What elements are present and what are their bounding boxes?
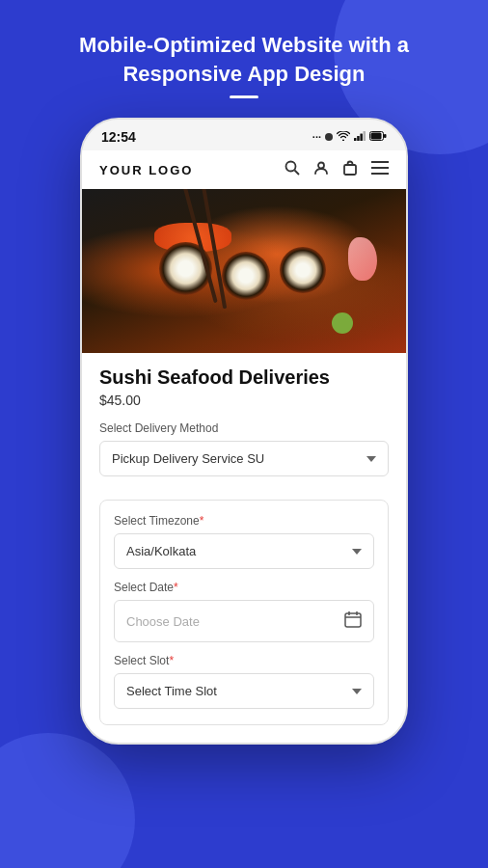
nav-bar: YOUR LOGO [82,150,406,189]
battery-icon [369,131,387,143]
header-title-line2: Responsive App Design [122,62,365,86]
product-title: Sushi Seafood Deliveries [99,366,389,389]
status-time: 12:54 [101,129,136,145]
form-group-box: Select Timezone* Asia/Kolkata UTC Americ… [99,500,389,725]
status-bar: 12:54 ··· [82,120,406,150]
nav-icons [285,160,389,179]
signal-icon [354,131,366,143]
product-info: Sushi Seafood Deliveries $45.00 [82,353,406,408]
svg-rect-1 [357,136,360,141]
search-icon[interactable] [285,160,300,179]
phone-mockup: 12:54 ··· [80,118,408,745]
svg-rect-5 [371,133,382,140]
dots-icon: ··· [312,131,321,143]
delivery-method-label: Select Delivery Method [99,421,389,435]
timezone-label: Select Timezone* [114,514,374,528]
page-header: Mobile-Optimized Website with a Responsi… [41,31,447,88]
delivery-method-select[interactable]: Pickup Delivery Service SU Standard Deli… [99,441,389,476]
timezone-select[interactable]: Asia/Kolkata UTC America/New_York Europe… [114,533,374,569]
slot-select[interactable]: Select Time Slot 9:00 AM - 11:00 AM 11:0… [114,673,374,709]
slot-label: Select Slot* [114,654,374,667]
calendar-icon [344,610,362,632]
phone-content: YOUR LOGO [82,150,406,743]
bg-circle-bottom [0,733,135,868]
svg-line-8 [295,171,300,176]
svg-rect-3 [364,131,366,141]
svg-rect-14 [345,613,361,627]
date-label: Select Date* [114,581,374,594]
user-icon[interactable] [313,160,329,179]
header-divider [230,95,258,98]
menu-icon[interactable] [371,161,389,178]
bag-icon[interactable] [342,160,358,179]
wifi-icon [337,131,350,143]
nav-logo: YOUR LOGO [99,163,193,177]
date-placeholder: Choose Date [126,614,200,629]
camera-dot [325,133,333,141]
svg-rect-0 [354,138,357,141]
svg-point-7 [286,162,296,172]
svg-point-9 [318,163,324,169]
status-icons: ··· [312,131,387,143]
ginger [348,237,377,281]
svg-rect-6 [384,134,387,138]
header-title-line1: Mobile-Optimized Website with a [79,33,409,57]
svg-rect-10 [344,165,356,175]
date-field[interactable]: Choose Date [114,600,374,642]
form-section: Select Delivery Method Pickup Delivery S… [82,421,406,743]
delivery-method-row: Select Delivery Method Pickup Delivery S… [99,421,389,488]
product-price: $45.00 [99,393,389,408]
svg-rect-2 [360,134,363,142]
product-image [82,189,406,353]
